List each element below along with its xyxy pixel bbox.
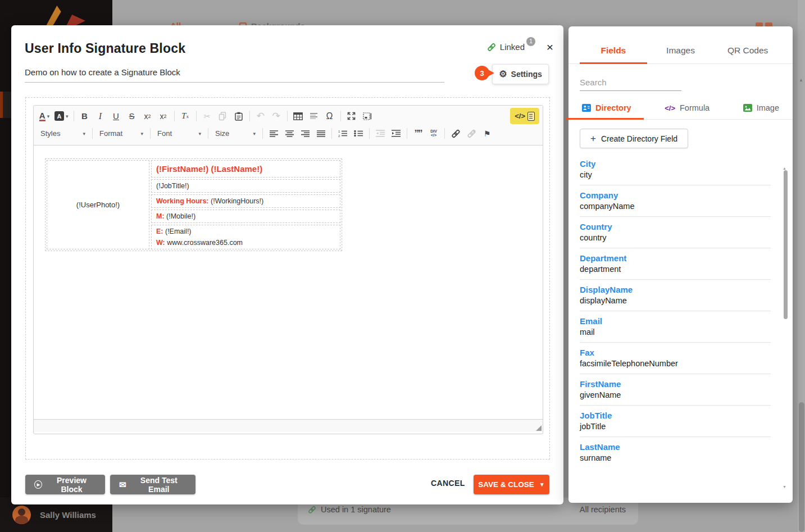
italic-button[interactable]: I (93, 109, 108, 124)
list-scroll-down-icon[interactable]: ▼ (783, 485, 786, 489)
plus-icon: + (590, 133, 596, 144)
field-name[interactable]: LastName (580, 442, 771, 452)
underline-button[interactable]: U (109, 109, 124, 124)
preview-block-button[interactable]: ▶ Preview Block (25, 475, 105, 494)
background-color-button[interactable]: A▾ (53, 109, 70, 124)
increase-indent-icon[interactable] (389, 126, 403, 141)
align-left-icon[interactable] (266, 126, 281, 141)
directory-field-item[interactable]: Fax facsimileTelephoneNumber (580, 343, 771, 374)
align-right-icon[interactable] (298, 126, 312, 141)
settings-button[interactable]: ⚙ Settings (492, 64, 549, 84)
justify-icon[interactable] (313, 126, 328, 141)
subscript-button[interactable]: x2 (140, 109, 155, 124)
signature-table[interactable]: (!UserPhoto!) (!FirstName!) (!LastName!)… (45, 158, 342, 251)
close-icon[interactable]: × (547, 41, 553, 53)
format-dropdown[interactable]: Format▾ (96, 126, 147, 141)
div-container-icon[interactable]: DIV</> (426, 126, 441, 141)
save-close-button[interactable]: SAVE & CLOSE ▼ (474, 475, 549, 494)
field-name[interactable]: City (580, 159, 771, 169)
field-name[interactable]: Department (580, 253, 771, 263)
field-name[interactable]: Fax (580, 348, 771, 357)
page-scrollbar[interactable]: ▲ (798, 0, 805, 532)
tab-fields[interactable]: Fields (580, 46, 647, 63)
copy-icon[interactable] (216, 109, 230, 124)
directory-field-item[interactable]: LastName surname (580, 437, 771, 468)
field-name[interactable]: Company (580, 190, 771, 200)
user-photo-placeholder[interactable]: (!UserPhoto!) (47, 160, 149, 249)
remove-format-button[interactable]: Tx (178, 109, 193, 124)
linked-chain-icon (487, 43, 496, 52)
save-dropdown-caret-icon[interactable]: ▼ (539, 481, 545, 488)
field-name[interactable]: FirstName (580, 379, 771, 389)
page-scrollbar-thumb[interactable] (799, 402, 804, 532)
directory-field-item[interactable]: Company companyName (580, 185, 771, 217)
numbered-list-icon[interactable]: 12 (335, 126, 350, 141)
source-code-icon[interactable]: </> (515, 112, 525, 120)
signature-email-web-cell[interactable]: E: (!Email!) W: www.crossware365.com (151, 225, 340, 249)
styles-dropdown[interactable]: Styles▾ (37, 126, 89, 141)
linked-label: Linked (500, 42, 525, 52)
send-test-email-button[interactable]: ✉ Send Test Email (110, 475, 195, 494)
text-color-button[interactable]: A▾ (37, 109, 52, 124)
field-value: mail (580, 328, 771, 337)
cancel-button[interactable]: CANCEL (431, 479, 465, 488)
list-scroll-up-icon[interactable]: ▲ (783, 166, 786, 170)
field-value: department (580, 265, 771, 274)
subtab-image[interactable]: Image (741, 103, 781, 119)
directory-field-item[interactable]: City city (580, 154, 771, 185)
description-input[interactable]: Demo on how to create a Signature Block (25, 67, 444, 83)
field-name[interactable]: Country (580, 222, 771, 231)
templates-icon[interactable] (527, 112, 535, 121)
modal-title: User Info Signature Block (25, 41, 185, 56)
list-scrollbar-thumb[interactable] (784, 170, 788, 319)
directory-field-item[interactable]: Department department (580, 248, 771, 280)
linked-count-badge: 1 (526, 37, 535, 46)
directory-field-item[interactable]: DisplayName displayName (580, 280, 771, 311)
directory-field-item[interactable]: FirstName givenName (580, 374, 771, 406)
undo-icon[interactable]: ↶ (253, 109, 268, 124)
signature-name-cell[interactable]: (!FirstName!) (!LastName!) (151, 160, 340, 178)
scrollbar-up-icon[interactable]: ▲ (799, 78, 803, 83)
tab-images[interactable]: Images (647, 46, 715, 63)
horizontal-line-icon[interactable] (307, 109, 321, 124)
subtab-directory[interactable]: Directory (580, 103, 634, 119)
directory-field-item[interactable]: Country country (580, 217, 771, 248)
size-dropdown[interactable]: Size▾ (212, 126, 259, 141)
unlink-icon[interactable] (464, 126, 479, 141)
tab-qr-codes[interactable]: QR Codes (714, 46, 781, 63)
superscript-button[interactable]: x2 (156, 109, 171, 124)
directory-field-item[interactable]: JobTitle jobTitle (580, 406, 771, 437)
linked-status[interactable]: Linked 1 (487, 42, 538, 52)
anchor-flag-icon[interactable]: ⚑ (480, 126, 494, 141)
user-avatar[interactable] (12, 506, 31, 524)
show-blocks-icon[interactable] (360, 109, 375, 124)
signature-hours-cell[interactable]: Working Hours: (!WorkingHours!) (151, 194, 340, 208)
signature-mobile-cell[interactable]: M: (!Mobile!) (151, 210, 340, 223)
insert-table-icon[interactable] (291, 109, 306, 124)
subtab-formula[interactable]: </> Formula (662, 103, 712, 119)
settings-label: Settings (511, 70, 542, 79)
align-center-icon[interactable] (282, 126, 297, 141)
cut-icon[interactable]: ✂ (200, 109, 215, 124)
editor-dashed-container: A▾ A▾ B I U S x2 x2 Tx ✂ (25, 97, 550, 460)
directory-field-item[interactable]: Email mail (580, 311, 771, 343)
field-name[interactable]: DisplayName (580, 285, 771, 294)
decrease-indent-icon[interactable] (373, 126, 388, 141)
signature-job-cell[interactable]: (!JobTitle!) (151, 179, 340, 193)
resize-handle[interactable] (536, 425, 542, 431)
field-name[interactable]: Email (580, 316, 771, 326)
special-character-icon[interactable]: Ω (322, 109, 337, 124)
link-icon[interactable] (448, 126, 463, 141)
strikethrough-button[interactable]: S (125, 109, 139, 124)
paste-icon[interactable] (231, 109, 246, 124)
bold-button[interactable]: B (78, 109, 92, 124)
font-dropdown[interactable]: Font▾ (154, 126, 204, 141)
editor-content-area[interactable]: (!UserPhoto!) (!FirstName!) (!LastName!)… (34, 145, 543, 419)
create-directory-field-button[interactable]: + Create Directory Field (580, 129, 688, 148)
redo-icon[interactable]: ↷ (269, 109, 284, 124)
bulleted-list-icon[interactable] (351, 126, 366, 141)
maximize-icon[interactable] (344, 109, 359, 124)
blockquote-icon[interactable]: ”” (411, 126, 425, 141)
field-name[interactable]: JobTitle (580, 411, 771, 420)
search-input[interactable] (580, 75, 681, 91)
